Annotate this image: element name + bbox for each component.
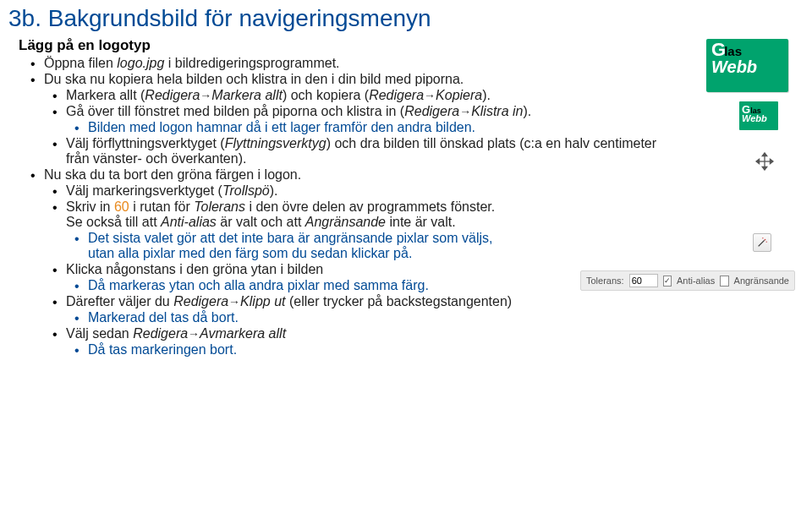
tolerance-label: Tolerans:	[586, 276, 624, 286]
field-name: Tolerans	[194, 199, 245, 214]
text: (eller trycker på backstegstangenten)	[285, 294, 512, 308]
arrow-icon: →	[200, 89, 211, 102]
svg-point-7	[765, 239, 766, 241]
text: Välj markeringsverktyget (	[66, 183, 222, 198]
contiguous-checkbox[interactable]	[720, 276, 728, 287]
list-item: Du ska nu kopiera hela bilden och klistr…	[29, 72, 659, 87]
list-item: Välj markeringsverktyget (Trollspö).	[51, 183, 659, 199]
antialias-label: Anti-alias	[677, 276, 715, 286]
list-item-note: Det sista valet gör att det inte bara är…	[73, 231, 659, 261]
text: Det sista valet gör att det inte bara är…	[88, 231, 492, 245]
text: i den övre delen av programmets fönster.	[245, 199, 495, 214]
contiguous-label: Angränsande	[734, 276, 789, 286]
magic-wand-tool-icon	[753, 233, 771, 252]
page-title: 3b. Bakgrundsbild för navigeringsmenyn	[8, 5, 792, 32]
svg-point-8	[762, 237, 763, 238]
glas-webb-logo-large: Glas Webb	[706, 39, 788, 92]
subtitle: Lägg på en logotyp	[19, 37, 792, 54]
text: ).	[524, 104, 532, 118]
option-name: Anti-alias	[161, 215, 217, 229]
arrow-icon: →	[228, 295, 240, 308]
text: är valt och att	[217, 215, 305, 229]
svg-marker-4	[756, 159, 760, 164]
filename: logo.jpg	[117, 56, 164, 70]
text: Markera allt (	[66, 88, 145, 102]
list-item: Markera allt (Redigera→Markera allt) och…	[51, 88, 659, 103]
text: Välj sedan	[66, 326, 133, 341]
svg-point-9	[766, 241, 767, 242]
menu-item: Markera allt	[211, 88, 283, 102]
menu-name: Redigera	[173, 294, 228, 308]
menu-name: Redigera	[369, 88, 424, 102]
tolerance-toolbar: Tolerans: ✓ Anti-alias Angränsande	[580, 270, 795, 291]
menu-item: Kopiera	[436, 88, 482, 102]
text: ) och kopiera (	[283, 88, 369, 102]
logo-webb: Webb	[711, 57, 783, 77]
list-item-note: Då markeras ytan och alla andra pixlar m…	[73, 278, 659, 293]
antialias-checkbox[interactable]: ✓	[663, 276, 672, 287]
arrow-icon: →	[424, 89, 436, 102]
list-item-note: Då tas markeringen bort.	[73, 342, 659, 358]
arrow-icon: →	[188, 327, 200, 341]
list-item: Välj sedan Redigera→Avmarkera allt	[51, 326, 659, 341]
text: ).	[270, 183, 278, 198]
move-tool-icon	[755, 152, 774, 171]
svg-marker-3	[762, 166, 767, 170]
list-item: Skriv in 60 i rutan för Tolerans i den ö…	[51, 199, 659, 230]
text: i rutan för	[129, 199, 194, 214]
svg-marker-5	[770, 159, 773, 164]
tool-name: Trollspö	[222, 183, 270, 198]
list-item-note: Bilden med logon hamnar då i ett lager f…	[73, 120, 659, 135]
text: i bildredigeringsprogrammet.	[164, 56, 339, 70]
option-name: Angränsande	[305, 215, 386, 229]
list-item: Klicka någonstans i den gröna ytan i bil…	[51, 262, 659, 277]
glas-webb-logo-small: Glas Webb	[739, 101, 778, 130]
list-item-note: Markerad del tas då bort.	[73, 310, 659, 325]
text: Se också till att	[66, 215, 161, 229]
value-60: 60	[114, 199, 129, 214]
text: Välj förflyttningsverktyget (	[66, 136, 225, 150]
text: inte är valt.	[386, 215, 456, 229]
text: utan alla pixlar med den färg som du sed…	[88, 246, 412, 260]
svg-line-6	[759, 240, 765, 246]
menu-item: Avmarkera allt	[200, 326, 286, 341]
logo-webb: Webb	[742, 113, 776, 123]
text: Gå över till fönstret med bilden på pipo…	[66, 104, 404, 118]
list-item: Därefter väljer du Redigera→Klipp ut (el…	[51, 294, 659, 309]
text: ).	[482, 88, 491, 102]
list-item: Välj förflyttningsverktyget (Flyttningsv…	[51, 136, 659, 166]
menu-item: Klistra in	[471, 104, 523, 118]
tool-name: Flyttningsverktyg	[225, 136, 326, 150]
tolerance-input[interactable]	[629, 274, 658, 287]
text: Öppna filen	[44, 56, 117, 70]
menu-name: Redigera	[133, 326, 188, 341]
svg-marker-2	[762, 153, 767, 156]
menu-name: Redigera	[145, 88, 200, 102]
list-item: Öppna filen logo.jpg i bildredigeringspr…	[29, 56, 659, 71]
list-item: Gå över till fönstret med bilden på pipo…	[51, 104, 659, 119]
text: Skriv in	[66, 199, 114, 214]
logo-las: las	[724, 44, 742, 58]
text: Därefter väljer du	[66, 294, 173, 308]
menu-item: Klipp ut	[240, 294, 285, 308]
menu-name: Redigera	[404, 104, 459, 118]
arrow-icon: →	[459, 105, 471, 118]
list-item: Nu ska du ta bort den gröna färgen i log…	[29, 167, 659, 183]
